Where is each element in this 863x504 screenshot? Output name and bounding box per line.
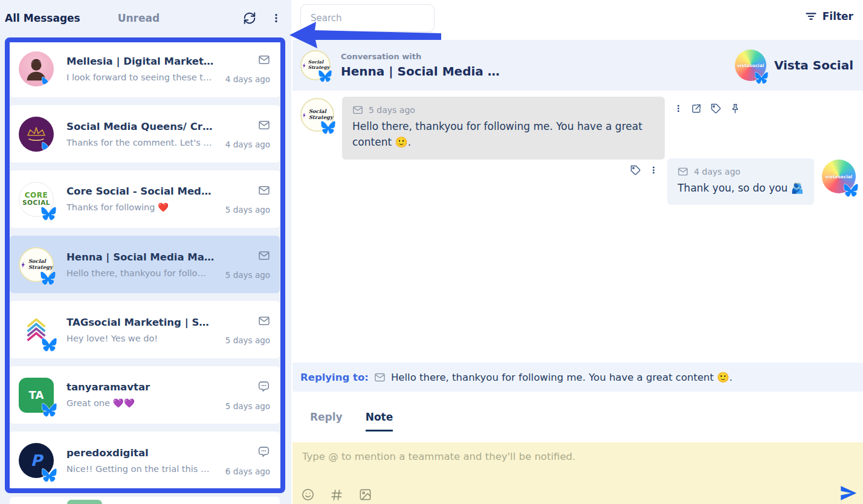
attach-image-icon[interactable] [358, 488, 372, 502]
bluesky-butterfly-icon [42, 468, 57, 483]
comment-icon [257, 380, 270, 393]
conversation-item-tagsocial[interactable]: TAGsocial Marketing | Soc… Hey love! Yes… [10, 301, 280, 358]
tab-unread[interactable]: Unread [118, 12, 160, 24]
direct-message-icon [677, 166, 688, 177]
incoming-message: SocialStrategy 5 days ago Hello there, t… [300, 97, 741, 160]
bluesky-butterfly-icon [42, 76, 54, 86]
outgoing-message: 4 days ago Thank you, so do you 🫂 vistas… [630, 158, 856, 205]
hashtag-icon[interactable] [330, 488, 343, 502]
replying-to-label: Replying to: [300, 372, 369, 383]
direct-message-icon [258, 184, 270, 196]
filter-icon [805, 10, 817, 22]
conversation-name: Henna | Social Media Mar… [66, 251, 215, 263]
conversation-header: SocialStrategy Conversation with Henna |… [293, 40, 863, 91]
pin-icon[interactable] [729, 103, 741, 114]
message-time: 5 days ago [369, 105, 415, 115]
bluesky-butterfly-icon [844, 183, 859, 198]
message-thread: SocialStrategy 5 days ago Hello there, t… [293, 91, 863, 363]
conversation-item-core-social[interactable]: CORE SOCIAL Core Social - Social Medi… T… [10, 170, 280, 228]
note-composer [293, 442, 863, 504]
conversation-list: Mellesia | Digital Marketer,… I look for… [10, 40, 280, 489]
avatar-tagsocial [19, 312, 54, 347]
message-time: 4 days ago [694, 167, 740, 176]
conversation-item-social-media-queens[interactable]: Social Media Queens/ Cre… Thanks for the… [10, 105, 280, 163]
conversation-item-mellesia[interactable]: Mellesia | Digital Marketer,… I look for… [10, 40, 280, 97]
message-more-icon[interactable] [674, 103, 683, 114]
sidebar-header: All Messages Unread [0, 0, 291, 36]
filter-button[interactable]: Filter [805, 10, 853, 22]
filter-label: Filter [823, 10, 853, 22]
message-text: Thank you, so do you 🫂 [677, 180, 804, 196]
conversation-name: Core Social - Social Medi… [66, 186, 215, 197]
conversation-snippet: I look forward to seeing these t… [66, 73, 215, 82]
conversation-item-tanyaramavtar[interactable]: TA tanyaramavtar Great one 💜💜 5 days ago [10, 366, 280, 424]
conversation-time: 5 days ago [225, 205, 270, 215]
avatar-peredoxdigital: P [19, 443, 54, 478]
bluesky-butterfly-icon [42, 141, 54, 152]
conversation-name: tanyaramavtar [66, 381, 215, 393]
bluesky-butterfly-icon [41, 206, 56, 221]
avatar-text: vistasocial [826, 174, 853, 179]
conversation-time: 5 days ago [225, 401, 270, 411]
brand-name: Vista Social [774, 58, 853, 73]
direct-message-icon [258, 250, 270, 262]
conversation-name: Social Media Queens/ Cre… [66, 121, 215, 132]
conversation-snippet: Nice!! Getting on the trial this … [66, 464, 215, 474]
conversation-panel: Filter SocialStrategy Conversation with … [293, 0, 863, 504]
direct-message-icon [374, 372, 386, 383]
conversation-name: Mellesia | Digital Marketer,… [66, 56, 215, 67]
conversation-snippet: Thanks for following ❤️ [66, 202, 215, 213]
bluesky-butterfly-icon [40, 271, 56, 286]
tag-icon[interactable] [630, 164, 641, 176]
message-bubble: 4 days ago Thank you, so do you 🫂 [667, 158, 814, 205]
bluesky-butterfly-icon [42, 402, 57, 418]
share-icon[interactable] [691, 103, 702, 114]
tab-reply[interactable]: Reply [310, 411, 343, 423]
conversation-time: 5 days ago [225, 335, 270, 345]
conversation-snippet: Thanks for the comment. Let's … [66, 138, 215, 147]
avatar-core-social: CORE SOCIAL [19, 182, 54, 217]
conversation-name: TAGsocial Marketing | Soc… [66, 317, 215, 328]
avatar-partial [67, 500, 102, 504]
conversation-title: Henna | Social Media … [341, 64, 500, 79]
conversation-snippet: Hello there, thankyou for follo… [66, 268, 215, 278]
conversation-item-peredoxdigital[interactable]: P peredoxdigital Nice!! Getting on the t… [10, 431, 280, 489]
emoji-picker-icon[interactable] [301, 488, 315, 502]
conversation-time: 4 days ago [225, 74, 270, 84]
tab-all-messages[interactable]: All Messages [5, 12, 80, 24]
conversation-name: peredoxdigital [66, 447, 215, 459]
avatar-henna-social-strategy: SocialStrategy [300, 98, 334, 132]
conversation-snippet: Hey love! Yes we do! [66, 334, 215, 343]
tab-note-active[interactable]: Note [366, 411, 393, 431]
search-input[interactable] [300, 4, 435, 32]
conversation-time: 6 days ago [225, 467, 270, 476]
more-options-icon[interactable] [271, 11, 282, 25]
avatar-text: Strategy [28, 264, 53, 270]
message-more-icon[interactable] [649, 164, 658, 176]
send-button[interactable] [839, 483, 858, 503]
conversation-item-henna-selected[interactable]: SocialStrategy Henna | Social Media Mar…… [10, 236, 280, 293]
avatar-vista-social: vistasocial [735, 50, 766, 81]
direct-message-icon [352, 105, 363, 115]
avatar-mellesia [19, 51, 54, 86]
avatar-text: Social [309, 108, 326, 114]
avatar-text: vistasocial [737, 63, 764, 68]
avatar-text: CORE [25, 192, 48, 199]
comment-icon [257, 445, 270, 458]
conversation-with-label: Conversation with [341, 52, 500, 61]
refresh-icon[interactable] [243, 11, 256, 25]
conversation-time: 5 days ago [225, 270, 270, 280]
bluesky-butterfly-icon [42, 337, 57, 352]
conversation-item-partial[interactable] [10, 497, 280, 504]
composer-tabs: Reply Note [293, 392, 863, 442]
avatar-henna-social-strategy: SocialStrategy [19, 247, 54, 282]
avatar-vista-social: vistasocial [822, 160, 856, 193]
note-input[interactable] [302, 451, 822, 477]
direct-message-icon [258, 315, 270, 327]
conversations-sidebar: All Messages Unread Mellesia | Digital M… [0, 0, 291, 504]
bluesky-butterfly-icon [318, 69, 332, 83]
replying-to-quote: Hello there, thankyou for following me. … [391, 372, 732, 383]
replying-to-bar: Replying to: Hello there, thankyou for f… [293, 363, 863, 392]
tag-icon[interactable] [710, 103, 722, 114]
direct-message-icon [258, 119, 270, 131]
